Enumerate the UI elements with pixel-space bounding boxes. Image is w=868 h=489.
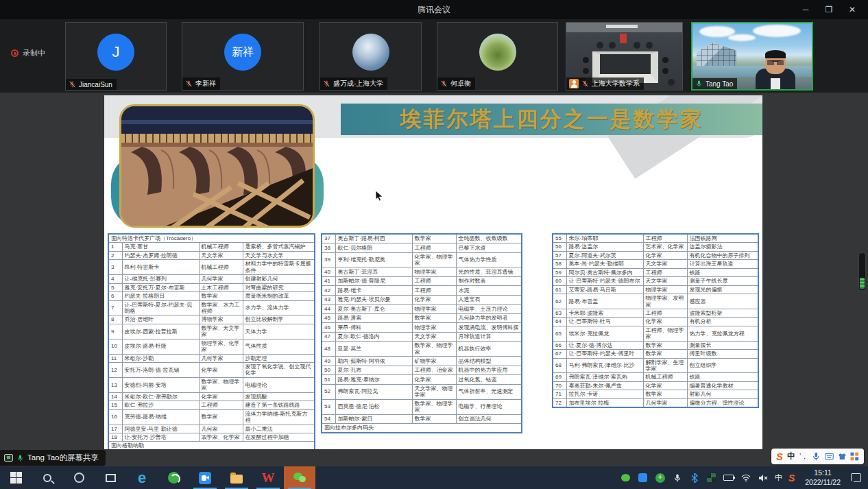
table-row: 12安托万-洛朗·德·拉瓦锡化学家发现了氧化学说、创立现代化学 [108,363,315,378]
earth-photo-avatar [352,34,389,71]
table-row: 38欧仁·贝尔格朗工程师巴黎下水道 [322,243,522,253]
table-row: 1马克·塞甘机械工程师悬索桥、多管式蒸汽锅炉 [108,243,315,251]
ime-punctuation-toggle[interactable]: ’， [799,452,808,462]
table-cell: 亚瑟·莫兰 [335,342,412,357]
wps-office-button[interactable]: W [252,466,284,489]
table-cell: 51 [322,375,335,385]
action-center-icon[interactable] [851,473,861,482]
search-button[interactable] [32,466,63,489]
ime-keyboard-icon[interactable] [825,452,834,461]
table-cell: 博物学家 [199,315,243,324]
table-cell: 天文学与水文学 [243,251,315,259]
muted-mic-icon [581,80,589,88]
ime-toolbox-icon[interactable] [850,452,859,461]
table-cell: 化学家 [199,392,243,401]
table-cell: 40 [322,267,335,277]
table-cell: 偏微分方程、弹性理论 [687,398,758,407]
table-cell: 解剖学家、生理学家 [643,358,687,373]
table-row: 5雅克·安托万·夏尔·布雷斯土木工程师对弯曲梁的研究 [108,283,315,291]
table-row: 67让·巴蒂斯特·约瑟夫·傅里叶数学家傅里叶级数 [553,350,758,358]
microphone-tray-icon[interactable] [672,473,683,484]
clock-time: 15:11 [805,468,841,477]
participant-tile[interactable]: 何卓衡 [437,22,558,91]
wechat-tray-icon[interactable] [620,473,631,484]
table-row: 39亨利·维克托·勒尼奥化学家、物理学家气体热力学性质 [322,252,522,267]
table-cell: 水泥 [456,286,522,296]
task-view-button[interactable] [95,466,126,489]
app-window: 腾讯会议 ─ ❐ ✕ 录制中 J JiancaiSun 新祥 李新祥 [0,0,868,489]
table-cell: 天文学家 [412,332,456,342]
tencent-meeting-tray-icon[interactable] [638,473,649,484]
wechat-button[interactable] [284,466,315,489]
table-cell: 几何学家 [199,275,243,283]
wifi-tray-icon[interactable] [740,473,751,484]
folder-icon [230,475,243,484]
file-explorer-button[interactable] [221,466,252,489]
table-row: 11米歇尔·沙勒几何学家沙勒定理 [108,354,315,362]
muted-mic-icon [185,80,193,88]
bluetooth-tray-icon[interactable] [689,473,700,484]
battery-tray-icon[interactable] [723,473,734,484]
table-cell: 在发酵过程中加糖 [243,433,315,441]
sogou-tray-icon[interactable]: S [788,473,795,484]
taskbar-clock[interactable]: 15:11 2022/11/22 [801,468,845,486]
table-row: 18让-安托万·沙普塔农学家、化学家在发酵过程中加糖 [108,433,315,441]
table-cell: 71 [553,390,566,398]
table-cell: 数学家、物理学家 [199,377,243,392]
table-cell: 泰奥菲勒-朱尔·佩卢兹 [566,381,643,390]
minimize-button[interactable]: ─ [794,0,817,19]
taskbar: e W 中 S 15:11 [0,466,868,489]
defender-tray-icon[interactable] [706,473,717,484]
participant-tile-speaking[interactable]: Tang Tao [691,22,813,91]
360-safe-tray-icon[interactable] [655,473,666,484]
active-mic-icon [16,454,24,462]
start-button[interactable] [0,466,32,489]
table-cell: 雅克·安托万·夏尔·布雷斯 [122,283,199,291]
volume-muted-tray-icon[interactable] [758,473,769,484]
table-cell: 65 [553,326,566,341]
participant-tile[interactable]: J JiancaiSun [65,22,167,91]
ime-lang-tray-indicator[interactable]: 中 [775,473,782,483]
close-button[interactable]: ✕ [841,0,864,19]
table-cell: 68 [553,358,566,373]
participant-name: JiancaiSun [79,81,112,88]
table-cell: 雅克-约瑟夫·埃贝尔曼 [335,295,412,305]
table-cell: 傅里叶级数 [687,350,758,358]
sogou-logo-icon[interactable]: S [776,451,783,462]
table-cell: 数学家、天文学家 [199,324,243,339]
table-cell: 49 [322,357,335,366]
table-row: 60让·巴蒂斯特·约瑟夫·德朗布尔天文学家测量子午线长度 [553,277,758,285]
table-cell: 奥古斯丁·菲涅耳 [335,267,412,277]
ime-skin-icon[interactable] [838,452,847,461]
recording-indicator: 录制中 [11,48,45,58]
table-cell: 59 [553,268,566,276]
ime-lang-toggle[interactable]: 中 [787,451,795,462]
360-browser-button[interactable] [158,466,189,489]
participant-tile[interactable]: 盛万成-上海大学 [320,22,422,91]
table-cell: 马克·塞甘 [122,243,199,251]
table-cell: 工程师 [412,243,456,253]
table-cell: 艾蒂安-路易·马吕斯 [566,285,643,294]
cortana-button[interactable] [63,466,95,489]
table-row: 71拉扎尔·卡诺数学家射影几何 [553,390,758,398]
screen-share-banner[interactable]: Tang Tao的屏幕共享 [0,450,106,466]
table-cell: 48 [322,342,335,357]
maximize-button[interactable]: ❐ [817,0,841,19]
table-face-header-text: 面向特洛卡代罗广场（Trocadéro） [108,234,315,243]
table-cell: 气体性质 [243,339,315,354]
audio-level-indicator[interactable] [858,252,866,291]
table-cell: 数学家 [643,350,687,358]
table-cell: 皮埃尔·路易·杜隆 [122,339,199,354]
table-row: 68马利·弗朗索瓦·泽维尔·比沙解剖学家、生理学家创立组织学 [553,358,758,373]
participant-tile[interactable]: 上海大学数学系 [566,22,683,91]
table-cell: 69 [553,373,566,381]
table-cell: 材料力学中的特雷斯卡屈服条件 [243,260,315,275]
table-cell: 朱尔·珀蒂耶 [566,234,643,243]
edge-browser-button[interactable]: e [126,466,158,489]
table-cell: 56 [553,243,566,251]
table-cell: 莱昂·傅科 [335,323,412,333]
ime-microphone-icon[interactable] [812,452,821,461]
tencent-meeting-button[interactable] [189,466,221,489]
participant-tile[interactable]: 新祥 李新祥 [182,22,304,91]
name-tables: 面向特洛卡代罗广场（Trocadéro）1马克·塞甘机械工程师悬索桥、多管式蒸汽… [104,233,762,435]
